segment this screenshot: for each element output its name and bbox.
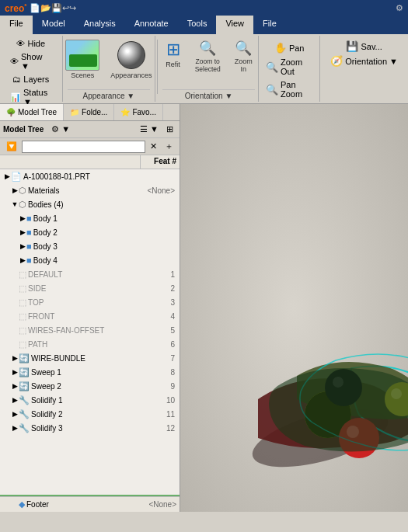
tab-favorites[interactable]: ⭐ Favo... — [114, 104, 163, 120]
list-item[interactable]: ▶ ⬡ Materials <None> — [0, 183, 180, 197]
solidify3-feat: 12 — [139, 424, 178, 433]
model-tree-body[interactable]: ▶ 📄 A-1000188-01.PRT ▶ ⬡ Materials <None… — [0, 169, 180, 495]
toolbar-icon-misc[interactable]: ⚙ — [396, 3, 403, 13]
default-icon: ⬚ — [19, 269, 26, 280]
toolbar-icon-open[interactable]: 📂 — [40, 3, 51, 13]
body3-arrow-icon[interactable]: ▶ — [19, 242, 26, 250]
zoom-in-button[interactable]: 🔍 Zoom In — [228, 37, 260, 75]
top-feat: 3 — [139, 298, 178, 307]
body4-icon: ■ — [26, 256, 32, 265]
path-label: PATH — [28, 340, 139, 349]
status-icon: 📊 — [10, 92, 21, 103]
sweep2-arrow-icon[interactable]: ▶ — [11, 382, 19, 390]
tab-analysis[interactable]: Analysis — [75, 16, 125, 34]
refit-button[interactable]: ⊞ Refit — [159, 37, 188, 71]
materials-arrow-icon[interactable]: ▶ — [11, 186, 19, 194]
body2-icon: ■ — [26, 228, 32, 237]
list-item[interactable]: ▶ 🔧 Solidify 1 10 — [0, 393, 180, 407]
body1-arrow-icon[interactable]: ▶ — [19, 214, 26, 222]
tab-file[interactable]: File — [0, 16, 33, 34]
orientation-group-label[interactable]: Orientation ▼ — [162, 89, 255, 100]
list-item[interactable]: ▶ 🔧 Solidify 3 12 — [0, 421, 180, 435]
save-button[interactable]: 💾 Sav... — [342, 39, 385, 54]
mt-columns-button[interactable]: ⊞ — [163, 123, 176, 136]
solidify1-arrow-icon[interactable]: ▶ — [11, 396, 19, 404]
zoom-to-selected-icon: 🔍 — [199, 40, 216, 57]
toolbar-icon-undo[interactable]: ↩ — [62, 3, 69, 13]
body2-label: Body 2 — [33, 228, 139, 237]
solidify1-icon: 🔧 — [19, 395, 30, 405]
search-input[interactable] — [22, 141, 145, 153]
list-item[interactable]: ▶ 🔄 Sweep 1 8 — [0, 365, 180, 379]
wire-bundle-feat: 7 — [139, 354, 178, 363]
tab-file2[interactable]: File — [253, 16, 286, 34]
root-arrow-icon[interactable]: ▶ — [3, 172, 11, 180]
wire-bundle-arrow-icon[interactable]: ▶ — [11, 354, 19, 362]
orientation-button[interactable]: 🧭 Orientation ▼ — [326, 54, 402, 68]
zoom-to-selected-button[interactable]: 🔍 Zoom to Selected — [190, 37, 226, 75]
bodies-arrow-icon[interactable]: ▼ — [11, 200, 19, 208]
feat-header-row: Feat # — [0, 155, 180, 169]
appearances-button[interactable]: Appearances — [106, 37, 155, 82]
appearance-group-label[interactable]: Appearance ▼ — [68, 89, 151, 100]
scenes-button[interactable]: Scenes — [61, 37, 103, 82]
toolbar-icon-save[interactable]: 💾 — [51, 3, 62, 13]
list-item[interactable]: ⬚ DEFAULT 1 — [0, 267, 180, 281]
list-item[interactable]: ⬚ TOP 3 — [0, 295, 180, 309]
canvas-area[interactable] — [180, 104, 408, 512]
list-item[interactable]: ▶ ■ Body 3 — [0, 239, 180, 253]
list-item[interactable]: ▶ 🔧 Solidify 2 11 — [0, 407, 180, 421]
toolbar-icon-new[interactable]: 📄 — [30, 3, 40, 13]
ribbon-group-zoom: ⊞ Refit 🔍 Zoom to Selected 🔍 Zoom In Ori… — [159, 36, 259, 102]
tab-view[interactable]: View — [216, 16, 253, 34]
tab-folder[interactable]: 📁 Folde... — [64, 104, 114, 120]
favorites-tab-icon: ⭐ — [120, 108, 130, 116]
sweep1-arrow-icon[interactable]: ▶ — [11, 368, 19, 376]
ribbon-group-save: 💾 Sav... 🧭 Orientation ▼ — [319, 36, 408, 102]
list-item[interactable]: ▶ 🔄 WIRE-BUNDLE 7 — [0, 351, 180, 365]
hide-button[interactable]: 👁 Hide — [12, 37, 49, 50]
orientation-dd-icon: ▼ — [389, 57, 398, 66]
materials-label: Materials — [28, 186, 139, 195]
tab-model[interactable]: Model — [33, 16, 75, 34]
toolbar-icon-redo[interactable]: ↪ — [69, 3, 76, 13]
list-item[interactable]: ⬚ SIDE 2 — [0, 281, 180, 295]
list-item[interactable]: ▶ ■ Body 1 — [0, 211, 180, 225]
clear-search-button[interactable]: ✕ — [147, 140, 160, 153]
ribbon: 👁 Hide 👁 Show ▼ 🗂 Layers 📊 Status ▼ Visi… — [0, 34, 408, 104]
layers-button[interactable]: 🗂 Layers — [9, 73, 53, 85]
zoom-out-button[interactable]: 🔍 Zoom Out — [262, 56, 316, 78]
footer-label: Footer — [26, 500, 141, 509]
list-item[interactable]: ▶ ■ Body 4 — [0, 253, 180, 267]
list-item[interactable]: ⬚ FRONT 4 — [0, 309, 180, 323]
mt-list-button[interactable]: ☰ ▼ — [137, 123, 162, 136]
list-item[interactable]: ⬚ WIRES-FAN-OFFSET 5 — [0, 323, 180, 337]
body4-arrow-icon[interactable]: ▶ — [19, 256, 26, 264]
tab-model-tree[interactable]: 🌳 Model Tree — [0, 104, 64, 120]
layers-icon: 🗂 — [12, 75, 21, 84]
solidify3-arrow-icon[interactable]: ▶ — [11, 424, 19, 432]
mt-settings-button[interactable]: ⚙ ▼ — [48, 123, 73, 136]
model-tree-tab-icon: 🌳 — [6, 108, 16, 116]
pan-zoom-button[interactable]: 🔍 Pan Zoom — [262, 78, 316, 100]
list-item[interactable]: ▶ ■ Body 2 — [0, 225, 180, 239]
pan-label: Pan — [289, 43, 305, 53]
model-tree-toolbar: Model Tree ⚙ ▼ ☰ ▼ ⊞ — [0, 121, 180, 138]
sweep1-icon: 🔄 — [19, 367, 30, 377]
show-button[interactable]: 👁 Show ▼ — [6, 50, 56, 72]
tree-root-item[interactable]: ▶ 📄 A-1000188-01.PRT — [0, 169, 180, 183]
title-bar: creo* 📄 📂 💾 ↩ ↪ ⚙ — [0, 0, 408, 16]
folder-tab-icon: 📁 — [70, 108, 79, 116]
add-item-button[interactable]: ＋ — [162, 139, 176, 154]
list-item[interactable]: ⬚ PATH 6 — [0, 337, 180, 351]
default-feat: 1 — [139, 270, 178, 279]
pan-button[interactable]: ✋ Pan — [270, 40, 309, 55]
list-item[interactable]: ▼ ⬡ Bodies (4) — [0, 197, 180, 211]
tab-tools[interactable]: Tools — [178, 16, 217, 34]
search-filter-icon[interactable]: 🔽 — [3, 140, 20, 153]
tab-annotate[interactable]: Annotate — [125, 16, 178, 34]
body2-arrow-icon[interactable]: ▶ — [19, 228, 26, 236]
solidify2-arrow-icon[interactable]: ▶ — [11, 410, 19, 418]
name-column-header — [0, 155, 141, 169]
list-item[interactable]: ▶ 🔄 Sweep 2 9 — [0, 379, 180, 393]
